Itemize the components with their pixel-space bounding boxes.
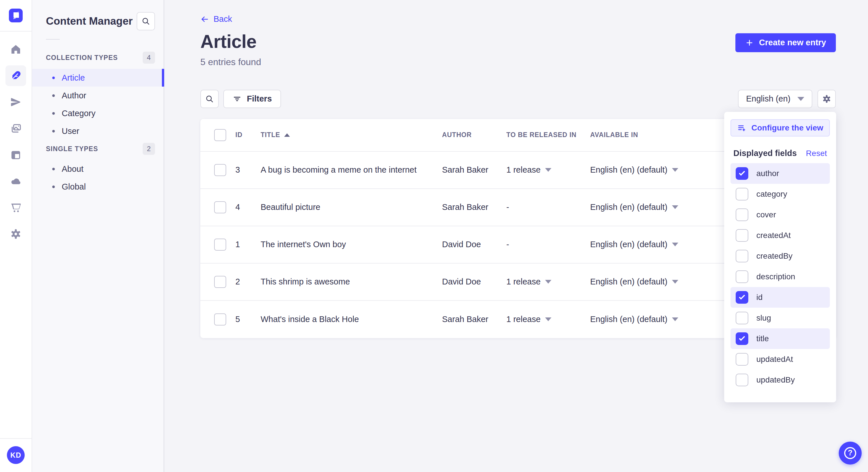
column-header-id[interactable]: ID bbox=[236, 131, 260, 139]
back-link[interactable]: Back bbox=[200, 14, 232, 24]
field-checkbox[interactable] bbox=[736, 250, 748, 262]
rail-divider bbox=[0, 31, 32, 32]
section-label: SINGLE TYPES bbox=[46, 145, 98, 153]
releases-paper-plane-icon[interactable] bbox=[5, 92, 26, 112]
bullet-icon bbox=[52, 130, 55, 133]
row-title: The internet's Own boy bbox=[260, 240, 442, 249]
strapi-logo-glyph bbox=[9, 9, 23, 22]
content-manager-feather-icon[interactable] bbox=[5, 65, 26, 86]
field-checkbox[interactable] bbox=[736, 374, 748, 386]
field-checkbox[interactable] bbox=[736, 353, 748, 366]
field-toggle-row[interactable]: updatedAt bbox=[731, 349, 830, 370]
field-checkbox[interactable] bbox=[736, 270, 748, 283]
subnav-item[interactable]: Global bbox=[32, 178, 164, 196]
locale-select[interactable]: English (en) bbox=[738, 90, 812, 108]
column-header-author[interactable]: AUTHOR bbox=[442, 131, 506, 139]
caret-down-icon bbox=[545, 317, 551, 321]
field-checkbox[interactable] bbox=[736, 312, 748, 324]
search-button[interactable] bbox=[200, 90, 219, 108]
row-checkbox[interactable] bbox=[214, 239, 226, 250]
marketplace-cart-icon[interactable] bbox=[5, 197, 26, 218]
row-title: A bug is becoming a meme on the internet bbox=[260, 165, 442, 175]
subnav-item-label: Category bbox=[62, 109, 96, 118]
field-toggle-row[interactable]: id bbox=[731, 287, 830, 308]
field-toggle-row[interactable]: cover bbox=[731, 204, 830, 225]
row-title: This shrimp is awesome bbox=[260, 277, 442, 286]
view-settings-gear-button[interactable] bbox=[817, 90, 836, 108]
field-checkbox[interactable] bbox=[736, 291, 748, 304]
field-toggle-row[interactable]: createdBy bbox=[731, 246, 830, 266]
caret-down-icon bbox=[545, 168, 551, 172]
field-label: cover bbox=[756, 210, 776, 220]
user-avatar[interactable]: KD bbox=[7, 446, 25, 464]
row-released[interactable]: - bbox=[506, 240, 590, 249]
row-checkbox[interactable] bbox=[214, 276, 226, 288]
home-icon[interactable] bbox=[5, 39, 26, 60]
row-released[interactable]: - bbox=[506, 202, 590, 212]
configure-view-button[interactable]: Configure the view bbox=[731, 119, 830, 136]
field-toggle-row[interactable]: title bbox=[731, 328, 830, 349]
section-count-badge: 4 bbox=[143, 52, 155, 64]
field-toggle-row[interactable]: createdAt bbox=[731, 225, 830, 246]
check-icon bbox=[739, 293, 745, 299]
row-checkbox[interactable] bbox=[214, 313, 226, 326]
row-checkbox[interactable] bbox=[214, 164, 226, 176]
caret-down-icon bbox=[672, 205, 678, 209]
field-checkbox[interactable] bbox=[736, 188, 748, 200]
subnav-item[interactable]: Article bbox=[32, 69, 164, 87]
row-checkbox[interactable] bbox=[214, 201, 226, 213]
subnav-item[interactable]: About bbox=[32, 160, 164, 178]
subnav-search-button[interactable] bbox=[136, 12, 155, 30]
displayed-fields-list: author category cover createdAt bbox=[731, 163, 830, 390]
strapi-logo[interactable] bbox=[9, 9, 23, 22]
subnav-item[interactable]: Category bbox=[32, 104, 164, 122]
field-label: description bbox=[756, 272, 795, 281]
create-entry-button[interactable]: Create new entry bbox=[735, 33, 836, 52]
column-header-released[interactable]: TO BE RELEASED IN bbox=[506, 131, 590, 139]
field-toggle-row[interactable]: category bbox=[731, 184, 830, 204]
collection-types-list: Article Author Category User bbox=[32, 69, 164, 140]
rail-footer: KD bbox=[0, 438, 32, 472]
field-toggle-row[interactable]: updatedBy bbox=[731, 370, 830, 390]
field-label: slug bbox=[756, 313, 771, 323]
row-id: 1 bbox=[236, 240, 260, 249]
column-header-title[interactable]: TITLE bbox=[260, 131, 442, 139]
row-released[interactable]: 1 release bbox=[506, 314, 590, 324]
row-released[interactable]: 1 release bbox=[506, 277, 590, 286]
back-label: Back bbox=[214, 14, 232, 24]
section-count-badge: 2 bbox=[143, 143, 155, 155]
subnav-item[interactable]: Author bbox=[32, 87, 164, 104]
view-settings-popover: Configure the view Displayed fields Rese… bbox=[724, 112, 836, 402]
field-checkbox[interactable] bbox=[736, 167, 748, 180]
filters-button[interactable]: Filters bbox=[223, 90, 281, 108]
media-library-images-icon[interactable] bbox=[5, 118, 26, 139]
row-id: 2 bbox=[236, 277, 260, 286]
field-toggle-row[interactable]: author bbox=[731, 163, 830, 184]
field-label: updatedAt bbox=[756, 355, 793, 364]
bullet-icon bbox=[52, 168, 55, 170]
bullet-icon bbox=[52, 112, 55, 115]
page-title: Article bbox=[200, 31, 261, 52]
field-label: createdAt bbox=[756, 231, 791, 240]
arrow-left-icon bbox=[200, 15, 209, 24]
field-checkbox[interactable] bbox=[736, 229, 748, 242]
reset-link[interactable]: Reset bbox=[806, 149, 827, 158]
field-toggle-row[interactable]: slug bbox=[731, 308, 830, 328]
row-released[interactable]: 1 release bbox=[506, 165, 590, 175]
search-icon bbox=[141, 16, 150, 26]
field-label: createdBy bbox=[756, 251, 793, 261]
field-toggle-row[interactable]: description bbox=[731, 266, 830, 287]
field-checkbox[interactable] bbox=[736, 332, 748, 345]
locale-value: English (en) bbox=[746, 94, 790, 103]
subnav-item[interactable]: User bbox=[32, 122, 164, 140]
caret-down-icon bbox=[672, 280, 678, 283]
select-all-checkbox[interactable] bbox=[214, 129, 226, 141]
content-type-builder-layout-icon[interactable] bbox=[5, 144, 26, 165]
help-button[interactable]: ? bbox=[839, 442, 862, 465]
field-checkbox[interactable] bbox=[736, 208, 748, 221]
caret-down-icon bbox=[672, 168, 678, 172]
check-icon bbox=[739, 335, 745, 341]
deploy-cloud-icon[interactable] bbox=[5, 171, 26, 192]
entries-count: 5 entries found bbox=[200, 57, 261, 67]
settings-gear-icon[interactable] bbox=[5, 224, 26, 244]
